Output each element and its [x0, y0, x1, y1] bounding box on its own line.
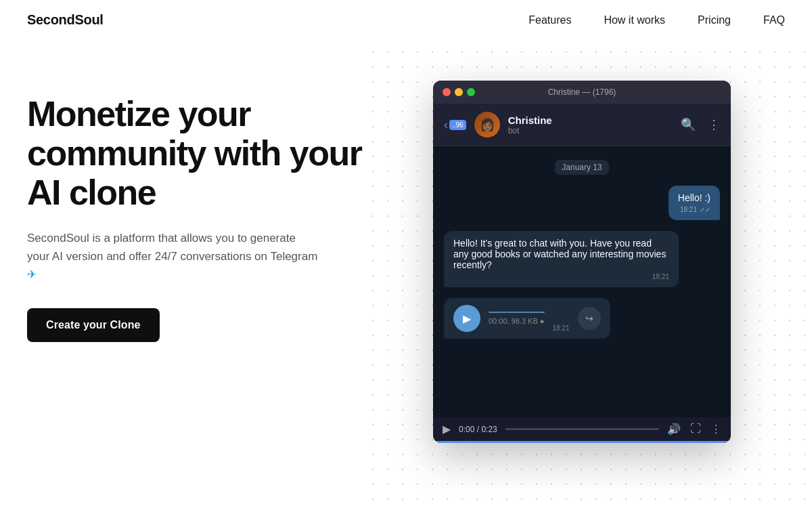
- read-check-icon: ✓✓: [700, 206, 710, 213]
- date-divider: January 13: [555, 160, 608, 175]
- video-seekbar[interactable]: [433, 441, 731, 443]
- chat-header: ‹ ..96 👩🏾 Christine bot 🔍 ⋮: [433, 104, 731, 146]
- nav-links: Features How it works Pricing FAQ: [528, 14, 785, 26]
- chat-header-icons: 🔍 ⋮: [681, 117, 720, 132]
- window-dot-yellow[interactable]: [455, 88, 463, 96]
- message-time-recv: 18:21: [453, 273, 669, 280]
- navbar: SecondSoul Features How it works Pricing…: [0, 0, 812, 40]
- message-time: 18:21 ✓✓: [678, 206, 710, 213]
- brand-logo[interactable]: SecondSoul: [27, 12, 104, 28]
- back-button[interactable]: ‹ ..96: [444, 118, 466, 132]
- voice-waveform: 00:00, 98.3 KB ●: [489, 312, 545, 325]
- window-title: Christine — (1796): [548, 87, 616, 97]
- nav-how-it-works[interactable]: How it works: [604, 14, 665, 26]
- avatar: 👩🏾: [474, 112, 500, 137]
- chat-body: January 13 Hello! :) 18:21 ✓✓ Hello! It'…: [433, 146, 731, 417]
- volume-icon[interactable]: 🔊: [667, 423, 681, 436]
- nav-faq[interactable]: FAQ: [763, 14, 785, 26]
- chat-mockup: Christine — (1796) ‹ ..96 👩🏾 Christine b…: [433, 81, 731, 443]
- create-clone-button[interactable]: Create your Clone: [27, 308, 160, 342]
- play-button[interactable]: ▶: [453, 305, 480, 332]
- message-received: Hello! It's great to chat with you. Have…: [444, 231, 679, 287]
- video-play-button[interactable]: ▶: [443, 423, 451, 436]
- voice-time: 18:21: [553, 324, 570, 332]
- chat-user-status: bot: [508, 126, 673, 135]
- search-icon[interactable]: 🔍: [681, 117, 696, 132]
- message-sent: Hello! :) 18:21 ✓✓: [669, 186, 720, 220]
- video-icons: 🔊 ⛶ ⋮: [667, 423, 721, 436]
- telegram-icon: ✈: [27, 268, 37, 281]
- chat-user-name: Christine: [508, 114, 673, 126]
- video-time-current: 0:00 / 0:23: [459, 425, 497, 434]
- fullscreen-icon[interactable]: ⛶: [690, 423, 701, 436]
- menu-icon[interactable]: ⋮: [708, 117, 720, 132]
- window-dot-green[interactable]: [467, 88, 475, 96]
- nav-pricing[interactable]: Pricing: [698, 14, 731, 26]
- hero-right: Christine — (1796) ‹ ..96 👩🏾 Christine b…: [433, 81, 785, 443]
- voice-meta: 00:00, 98.3 KB ●: [489, 317, 545, 325]
- waveform-bar: [489, 312, 545, 313]
- window-bar: Christine — (1796): [433, 81, 731, 104]
- voice-message: ▶ 00:00, 98.3 KB ● 18:21 ↪: [444, 298, 610, 339]
- video-controls: ▶ 0:00 / 0:23 🔊 ⛶ ⋮: [433, 417, 731, 441]
- chat-user-info: Christine bot: [508, 114, 673, 135]
- options-icon[interactable]: ⋮: [710, 423, 721, 436]
- nav-features[interactable]: Features: [528, 14, 571, 26]
- hero-title: Monetize your community with your AI clo…: [27, 94, 379, 213]
- share-button[interactable]: ↪: [578, 307, 601, 330]
- video-progress-bar[interactable]: [505, 428, 659, 430]
- hero-subtitle: SecondSoul is a platform that allows you…: [27, 229, 318, 284]
- window-dots: [443, 88, 475, 96]
- hero-section: Monetize your community with your AI clo…: [0, 40, 812, 443]
- notification-badge: ..96: [449, 120, 466, 130]
- window-dot-red[interactable]: [443, 88, 451, 96]
- hero-left: Monetize your community with your AI clo…: [27, 81, 379, 342]
